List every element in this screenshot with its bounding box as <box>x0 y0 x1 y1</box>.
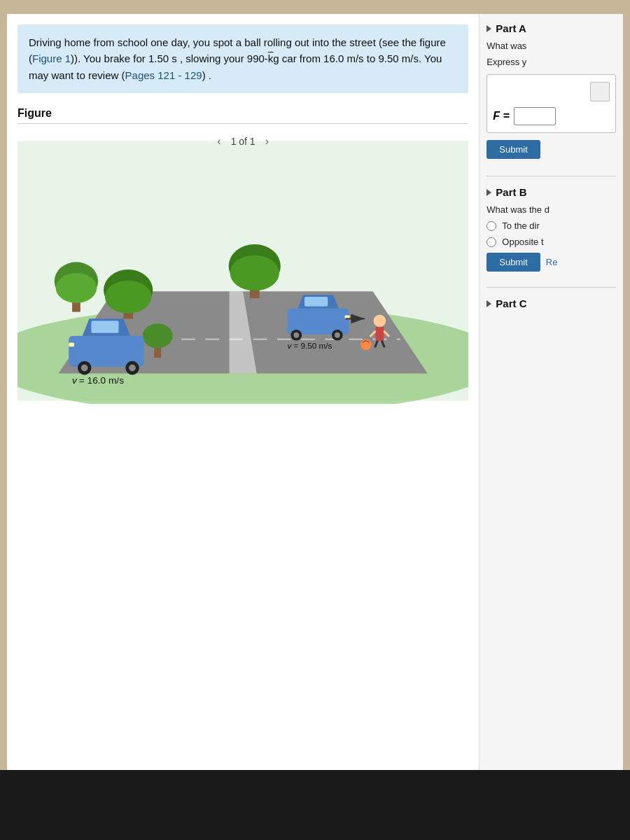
road-scene: v = 16.0 m/s v = 9.50 m/s <box>18 138 468 404</box>
radio-option-1: To the dir <box>486 220 616 231</box>
part-b-submit-row: Submit Re <box>486 253 616 272</box>
submit-button-b[interactable]: Submit <box>486 253 540 272</box>
part-b-section: Part B What was the d To the dir Opposit… <box>486 186 616 281</box>
svg-point-10 <box>105 280 151 313</box>
figure-counter: 1 of 1 <box>231 136 255 147</box>
svg-text:v: v <box>72 375 78 386</box>
svg-text:= 16.0 m/s: = 16.0 m/s <box>79 375 124 386</box>
part-a-answer-box: F = <box>486 74 616 133</box>
problem-text-box: Driving home from school one day, you sp… <box>18 24 468 93</box>
svg-rect-37 <box>376 327 384 341</box>
left-panel: Driving home from school one day, you sp… <box>7 14 479 770</box>
radio-opposite[interactable] <box>486 237 496 247</box>
pages-link[interactable]: Pages 121 - 129 <box>125 69 202 81</box>
svg-point-20 <box>81 364 88 371</box>
part-c-triangle-icon <box>486 300 491 307</box>
part-a-title: Part A <box>496 22 526 34</box>
part-a-header: Part A <box>486 22 616 34</box>
figure-nav: ‹ 1 of 1 › <box>213 134 273 149</box>
svg-point-13 <box>230 255 279 290</box>
next-figure-button[interactable]: › <box>261 134 273 149</box>
figure-label: Figure <box>18 107 468 120</box>
part-b-title: Part B <box>496 186 526 198</box>
svg-text:= 9.50 m/s: = 9.50 m/s <box>293 341 332 350</box>
submit-button-a[interactable]: Submit <box>486 140 540 159</box>
part-b-question: What was the d <box>486 204 616 216</box>
right-panel: Part A What was Express y F = Submit Par… <box>479 14 623 770</box>
problem-text: Driving home from school one day, you sp… <box>29 36 446 81</box>
svg-point-22 <box>129 364 136 371</box>
part-b-triangle-icon <box>486 189 491 196</box>
svg-point-36 <box>374 314 386 327</box>
svg-point-15 <box>143 323 173 348</box>
part-a-question: What was <box>486 40 616 52</box>
answer-icon-box <box>590 82 610 102</box>
formula-row: F = <box>493 107 556 125</box>
part-a-triangle-icon <box>486 25 491 32</box>
prev-figure-button[interactable]: ‹ <box>213 134 225 149</box>
figure-link[interactable]: Figure 1 <box>32 52 71 64</box>
radio-to-the-dir[interactable] <box>486 221 496 231</box>
laptop-bezel-bottom <box>0 770 630 840</box>
radio-label-opposite: Opposite t <box>502 237 543 247</box>
svg-point-7 <box>56 273 97 303</box>
reset-link-b[interactable]: Re <box>546 257 558 267</box>
formula-label: F = <box>493 110 510 122</box>
part-c-section: Part C <box>486 298 616 315</box>
radio-label-to-the-dir: To the dir <box>502 220 539 231</box>
svg-rect-23 <box>69 342 74 346</box>
figure-area: Figure ‹ 1 of 1 › <box>7 100 479 770</box>
part-b-header: Part B <box>486 186 616 198</box>
svg-point-30 <box>293 332 299 338</box>
svg-point-32 <box>335 332 340 338</box>
part-c-title: Part C <box>496 298 526 309</box>
answer-input-a[interactable] <box>514 107 556 125</box>
part-a-express: Express y <box>486 57 616 67</box>
road-illustration: v = 16.0 m/s v = 9.50 m/s <box>18 138 468 404</box>
radio-option-2: Opposite t <box>486 237 616 247</box>
part-c-header: Part C <box>486 298 616 309</box>
svg-rect-18 <box>91 321 118 333</box>
svg-rect-28 <box>304 297 328 307</box>
